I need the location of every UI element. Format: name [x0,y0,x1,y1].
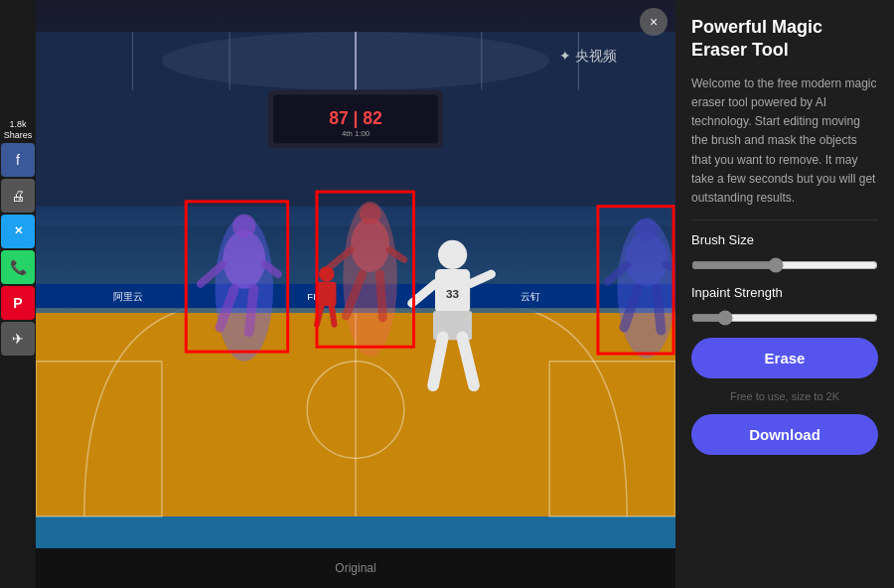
share-button[interactable]: ✈ [1,322,35,356]
whatsapp-button[interactable]: 📞 [1,250,35,284]
brush-size-label: Brush Size [691,232,878,247]
erase-button[interactable]: Erase [691,338,878,378]
svg-point-37 [438,240,467,269]
facebook-button[interactable]: f [1,143,35,177]
pinterest-button[interactable]: P [1,286,35,320]
svg-line-34 [379,274,382,318]
svg-point-47 [635,218,658,240]
brush-size-container: Brush Size [691,232,878,273]
share-count: 1.8k Shares [4,119,33,141]
svg-text:4th 1:00: 4th 1:00 [342,129,371,138]
svg-point-24 [223,230,265,289]
svg-point-31 [351,218,389,272]
close-button[interactable]: × [640,8,668,36]
svg-line-49 [657,289,661,331]
svg-point-32 [360,204,380,224]
brush-size-slider[interactable] [691,257,878,273]
svg-line-55 [332,305,335,325]
print-button[interactable]: 🖨 [1,179,35,213]
main-content: × 87 | 82 [36,0,675,588]
svg-text:云钉: 云钉 [521,291,540,302]
bottom-bar: Original [36,548,675,588]
svg-point-25 [232,215,255,237]
download-button[interactable]: Download [691,414,878,455]
divider-1 [691,220,878,220]
svg-text:87 | 82: 87 | 82 [329,108,382,128]
svg-text:33: 33 [446,287,460,300]
svg-text:✦ 央视频: ✦ 央视频 [559,49,617,64]
svg-rect-53 [317,282,337,306]
basketball-court: 87 | 82 4th 1:00 [36,0,675,548]
canvas-area[interactable]: 87 | 82 4th 1:00 [36,0,675,548]
right-panel: Powerful Magic Eraser Tool Welcome to th… [675,0,894,588]
svg-text:阿里云: 阿里云 [113,291,143,302]
panel-title: Powerful Magic Eraser Tool [691,16,878,63]
svg-line-27 [249,289,254,333]
panel-description: Welcome to the free modern magic eraser … [691,74,878,208]
inpaint-strength-label: Inpaint Strength [691,285,878,300]
social-sidebar: 1.8k Shares f 🖨 ✕ 📞 P ✈ [0,0,36,588]
inpaint-strength-container: Inpaint Strength [691,285,878,326]
twitter-button[interactable]: ✕ [1,215,35,248]
free-to-use-label: Free to use, size to 2K [691,390,878,402]
svg-point-52 [319,266,335,282]
inpaint-strength-slider[interactable] [691,310,878,326]
bottom-label: Original [335,561,375,575]
